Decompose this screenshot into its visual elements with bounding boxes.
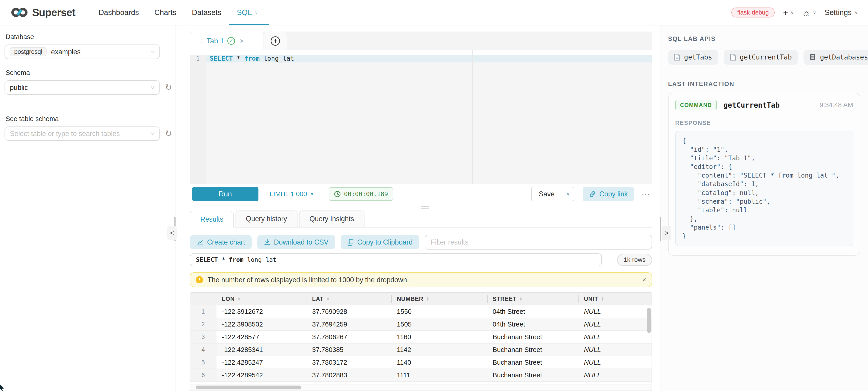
response-label: RESPONSE <box>675 120 853 126</box>
tab-query-history[interactable]: Query history <box>236 210 298 227</box>
gettabs-button[interactable]: getTabs <box>668 50 718 65</box>
schema-select[interactable]: public ∨ <box>4 80 160 95</box>
nav-item-sql[interactable]: SQL ∨ <box>229 0 266 25</box>
sun-icon: ☼ <box>802 8 810 17</box>
results-table: LON▲▼ LAT▲▼ NUMBER▲▼ STREET▲▼ UNIT▲▼ 1 -… <box>190 292 652 391</box>
theme-toggle-button[interactable]: ☼ ∨ <box>802 8 816 17</box>
chevron-down-icon: ∨ <box>151 131 155 136</box>
line-number: 1 <box>190 55 206 62</box>
table-row[interactable]: 6 -122.4289542 37.7802883 1111 Buchanan … <box>190 369 652 382</box>
close-tab-icon[interactable]: × <box>240 37 244 45</box>
editor-gutter: 1 <box>190 55 206 184</box>
plus-icon: + <box>783 8 788 17</box>
getdatabases-button[interactable]: getDatabases <box>804 50 868 65</box>
db-type-tag: postgresql <box>10 47 46 56</box>
nav-item-dashboards[interactable]: Dashboards <box>91 0 147 25</box>
getcurrenttab-button[interactable]: getCurrentTab <box>724 50 798 65</box>
last-interaction-title: LAST INTERACTION <box>668 80 860 88</box>
settings-menu[interactable]: Settings ∨ <box>825 8 858 17</box>
scrollbar-thumb[interactable] <box>196 386 301 389</box>
sort-icon[interactable]: ▲▼ <box>426 297 430 301</box>
query-timer: 00:00:00.189 <box>329 187 393 201</box>
new-item-button[interactable]: + ∨ <box>783 8 794 17</box>
refresh-schema-icon[interactable]: ↻ <box>165 84 172 91</box>
table-row[interactable]: 4 -122.4285341 37.780385 1142 Buchanan S… <box>190 344 652 356</box>
refresh-tables-icon[interactable]: ↻ <box>165 130 172 137</box>
table-row[interactable]: 3 -122.428577 37.7806267 1160 Buchanan S… <box>190 331 652 344</box>
chevron-down-icon: ∨ <box>151 49 155 54</box>
warning-message: The number of rows displayed is limited … <box>208 276 409 284</box>
check-circle-icon: ✓ <box>227 37 235 45</box>
database-select[interactable]: postgresql examples ∨ <box>4 44 160 59</box>
copy-clipboard-button[interactable]: Copy to Clipboard <box>341 235 419 249</box>
nav-item-charts[interactable]: Charts <box>147 0 184 25</box>
superset-logo[interactable]: Superset <box>11 6 75 19</box>
environment-badge: flask-debug <box>731 7 775 18</box>
new-tab-button[interactable]: + <box>264 32 287 51</box>
save-options-button[interactable]: ∨ <box>562 187 574 201</box>
collapse-panel-button[interactable]: > <box>662 226 671 240</box>
close-icon[interactable]: × <box>642 276 646 284</box>
download-csv-button[interactable]: Download to CSV <box>257 235 335 249</box>
more-options-icon[interactable]: ⋯ <box>642 189 650 199</box>
document-icon <box>730 54 736 61</box>
infinity-logo-icon <box>11 6 28 19</box>
table-row[interactable]: 5 -122.4285247 37.7803172 1140 Buchanan … <box>190 356 652 369</box>
chevron-down-icon: ∨ <box>855 10 858 15</box>
divider <box>4 105 171 105</box>
db-name-value: examples <box>51 48 81 56</box>
nav-right: flask-debug + ∨ ☼ ∨ Settings ∨ <box>731 7 858 18</box>
sort-icon[interactable]: ▲▼ <box>519 297 523 301</box>
column-header-lon[interactable]: LON▲▼ <box>216 293 307 305</box>
limit-dropdown[interactable]: LIMIT: 1 000 ▼ <box>270 190 314 198</box>
drag-handle-icon[interactable]: ⋮⋮ <box>195 38 203 43</box>
chart-icon <box>196 239 204 246</box>
row-count-badge: 1k rows <box>617 254 652 266</box>
results-pane: Results Query history Query Insights Cre… <box>190 211 652 391</box>
column-header-lat[interactable]: LAT▲▼ <box>307 293 391 305</box>
cabinet-icon <box>809 54 816 61</box>
collapse-sidebar-button[interactable]: < <box>167 226 177 240</box>
table-row[interactable]: 1 -122.3912672 37.7690928 1550 04th Stre… <box>190 305 652 318</box>
download-icon <box>264 239 271 246</box>
table-select-placeholder: Select table or type to search tables <box>10 130 120 138</box>
table-header: LON▲▼ LAT▲▼ NUMBER▲▼ STREET▲▼ UNIT▲▼ <box>190 293 652 305</box>
nav-item-datasets[interactable]: Datasets <box>184 0 229 25</box>
horizontal-scrollbar[interactable] <box>190 384 652 391</box>
chevron-down-icon: ∨ <box>566 191 570 197</box>
api-panel-title: SQL LAB APIS <box>668 35 860 42</box>
chevron-down-icon: ∨ <box>151 85 155 90</box>
query-preview: SELECT * from long_lat <box>190 253 602 266</box>
sort-icon[interactable]: ▲▼ <box>327 297 330 301</box>
tab-results[interactable]: Results <box>190 211 234 228</box>
tab-tab1[interactable]: ⋮⋮ Tab 1 ✓ × <box>190 32 264 51</box>
warning-icon: ! <box>196 276 203 283</box>
table-row[interactable]: 2 -122.3908502 37.7694259 1505 04th Stre… <box>190 318 652 331</box>
sql-code-line: SELECT * from long_lat <box>210 55 294 62</box>
sort-icon[interactable]: ▲▼ <box>601 297 604 301</box>
vertical-scrollbar[interactable] <box>647 308 651 333</box>
filter-results-input[interactable] <box>425 235 652 250</box>
tab-title: Tab 1 <box>207 37 224 45</box>
save-split-button: Save ∨ <box>531 187 575 201</box>
query-preview-row: SELECT * from long_lat 1k rows <box>190 253 652 266</box>
create-chart-button[interactable]: Create chart <box>190 235 252 249</box>
save-button[interactable]: Save <box>532 187 562 201</box>
run-toolbar: Run LIMIT: 1 000 ▼ 00:00:00.189 Save ∨ C… <box>190 184 652 204</box>
run-button[interactable]: Run <box>192 187 259 201</box>
copy-icon <box>347 239 354 246</box>
tab-query-insights[interactable]: Query Insights <box>299 210 365 227</box>
table-select[interactable]: Select table or type to search tables ∨ <box>4 127 160 141</box>
copy-link-button[interactable]: Copy link <box>583 187 634 201</box>
pane-resize-handle[interactable] <box>190 204 652 211</box>
column-header-unit[interactable]: UNIT▲▼ <box>579 293 644 305</box>
column-header-street[interactable]: STREET▲▼ <box>487 293 579 305</box>
sql-editor[interactable]: 1 SELECT * from long_lat <box>190 51 652 184</box>
caret-down-icon: ▼ <box>310 191 314 197</box>
sort-icon[interactable]: ▲▼ <box>237 297 241 301</box>
panel-scrollbar[interactable] <box>660 217 661 241</box>
print-margin-line <box>472 51 473 184</box>
column-header-number[interactable]: NUMBER▲▼ <box>391 293 487 305</box>
main-nav: Dashboards Charts Datasets SQL ∨ <box>91 0 266 25</box>
response-json: { "id": "1", "title": "Tab 1", "editor":… <box>675 131 853 247</box>
